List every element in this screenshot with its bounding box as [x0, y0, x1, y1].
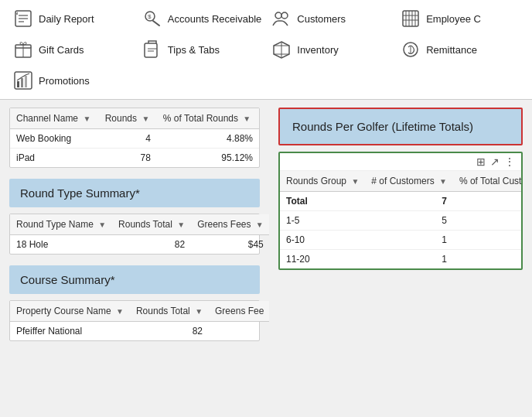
table-row-total: Total 7 — [280, 192, 523, 211]
nav-inventory[interactable]: Inventory — [266, 36, 395, 63]
cell-pct-cust — [453, 211, 523, 231]
nav-customers[interactable]: Customers — [266, 5, 395, 32]
cell-rounds: 4 — [99, 129, 157, 149]
pct-rounds-sort: ▼ — [243, 115, 251, 123]
table-row: 18 Hole 82 $45 — [10, 235, 269, 255]
channel-table-container: Channel Name ▼ Rounds ▼ % of Total Round… — [9, 108, 260, 168]
nav-tips-tabs[interactable]: Tips & Tabs — [137, 36, 266, 63]
svg-rect-18 — [145, 43, 157, 57]
svg-rect-24 — [25, 76, 27, 87]
course-table: Property Course Name ▼ Rounds Total ▼ Gr… — [10, 301, 269, 340]
nav-accounts-receivable-label: Accounts Receivable — [168, 13, 261, 25]
nav-customers-label: Customers — [297, 13, 346, 25]
col-greens-fee2[interactable]: Greens Fee ▼ — [209, 301, 269, 322]
cell-num-cust: 1 — [365, 250, 453, 269]
property-course-sort: ▼ — [116, 307, 124, 316]
nav-remittance-label: Remittance — [426, 44, 477, 56]
top-nav: Daily Report $ Accounts Receivable Custo… — [0, 0, 532, 100]
course-summary-header: Course Summary* — [9, 265, 260, 294]
nav-gift-cards[interactable]: Gift Cards — [8, 36, 137, 63]
cell-pct-cust — [453, 250, 523, 269]
rounds-group-sort: ▼ — [351, 177, 359, 186]
rpg-toolbar: ⊞ ↗ ⋮ — [280, 153, 521, 171]
rounds-total2-sort: ▼ — [195, 307, 203, 316]
svg-point-7 — [281, 12, 288, 19]
cell-rounds: 78 — [99, 149, 157, 168]
employee-icon — [400, 8, 421, 29]
col-pct-total-cust[interactable]: % of Total Custo ▼ — [453, 171, 523, 192]
svg-rect-8 — [403, 11, 418, 26]
col-rounds-total2[interactable]: Rounds Total ▼ — [130, 301, 209, 322]
greens-fees-sort: ▼ — [256, 220, 264, 229]
cell-property-course: Pfeiffer National — [10, 322, 130, 341]
col-property-course[interactable]: Property Course Name ▼ — [10, 301, 130, 322]
gift-cards-icon — [12, 39, 34, 60]
svg-rect-23 — [21, 78, 23, 87]
cell-pct-cust — [453, 192, 523, 211]
svg-rect-22 — [17, 81, 19, 87]
rpg-table: Rounds Group ▼ # of Customers ▼ % of Tot… — [280, 171, 523, 268]
course-table-container: Property Course Name ▼ Rounds Total ▼ Gr… — [9, 300, 260, 341]
col-rounds-group[interactable]: Rounds Group ▼ — [280, 171, 365, 192]
nav-daily-report[interactable]: Daily Report — [8, 5, 137, 32]
rpg-header: Rounds Per Golfer (Lifetime Totals) — [278, 108, 523, 145]
col-pct-rounds[interactable]: % of Total Rounds ▼ — [157, 108, 259, 129]
daily-report-icon — [12, 8, 34, 29]
customers-icon — [271, 8, 292, 29]
cell-channel: Web Booking — [10, 129, 99, 149]
table-row: Web Booking 4 4.88% — [10, 129, 259, 149]
round-type-sort: ▼ — [98, 220, 106, 229]
cell-greens-fees: $45 — [191, 235, 269, 255]
cell-group: 11-20 — [280, 250, 365, 269]
remittance-icon — [400, 39, 421, 60]
table-row: 1-5 5 — [280, 211, 523, 231]
svg-text:$: $ — [148, 13, 152, 20]
cell-num-cust: 5 — [365, 211, 453, 231]
num-customers-sort: ▼ — [439, 177, 447, 186]
col-num-customers[interactable]: # of Customers ▼ — [365, 171, 453, 192]
svg-point-6 — [275, 12, 281, 19]
cell-num-cust: 1 — [365, 231, 453, 250]
main-content: Channel Name ▼ Rounds ▼ % of Total Round… — [0, 100, 532, 417]
accounts-receivable-icon: $ — [142, 8, 163, 29]
rounds-sort: ▼ — [142, 115, 149, 123]
table-row: iPad 78 95.12% — [10, 149, 259, 168]
nav-promotions[interactable]: Promotions — [8, 67, 137, 94]
more-icon[interactable]: ⋮ — [504, 156, 515, 168]
col-rounds-total[interactable]: Rounds Total ▼ — [112, 214, 191, 235]
cell-pct: 4.88% — [157, 129, 259, 149]
expand-icon[interactable]: ↗ — [490, 156, 500, 168]
col-channel-name[interactable]: Channel Name ▼ — [10, 108, 99, 129]
nav-tips-tabs-label: Tips & Tabs — [168, 44, 220, 56]
nav-promotions-label: Promotions — [39, 75, 90, 87]
nav-gift-cards-label: Gift Cards — [39, 44, 84, 56]
right-panel: Rounds Per Golfer (Lifetime Totals) ⊞ ↗ … — [269, 100, 532, 417]
table-row: 6-10 1 — [280, 231, 523, 250]
cell-group: Total — [280, 192, 365, 211]
promotions-icon — [12, 70, 34, 91]
round-type-summary-header: Round Type Summary* — [9, 179, 260, 207]
col-round-type[interactable]: Round Type Name ▼ — [10, 214, 112, 235]
cell-group: 6-10 — [280, 231, 365, 250]
table-row: 11-20 1 — [280, 250, 523, 269]
cell-group: 1-5 — [280, 211, 365, 231]
col-greens-fees[interactable]: Greens Fees ▼ — [191, 214, 269, 235]
nav-employee-label: Employee C — [426, 13, 481, 25]
cell-rounds-total: 82 — [112, 235, 191, 255]
rpg-table-wrapper: ⊞ ↗ ⋮ Rounds Group ▼ # of Customers ▼ % … — [278, 152, 523, 270]
cell-rounds-total2: 82 — [130, 322, 209, 341]
round-type-table: Round Type Name ▼ Rounds Total ▼ Greens … — [10, 214, 269, 254]
nav-employee[interactable]: Employee C — [395, 5, 524, 32]
col-rounds[interactable]: Rounds ▼ — [99, 108, 157, 129]
channel-name-sort: ▼ — [83, 115, 90, 123]
filter-icon[interactable]: ⊞ — [476, 156, 486, 168]
nav-daily-report-label: Daily Report — [39, 13, 94, 25]
tips-tabs-icon — [142, 39, 163, 60]
left-panel: Channel Name ▼ Rounds ▼ % of Total Round… — [0, 100, 269, 417]
nav-remittance[interactable]: Remittance — [395, 36, 524, 63]
table-row: Pfeiffer National 82 — [10, 322, 269, 341]
nav-accounts-receivable[interactable]: $ Accounts Receivable — [137, 5, 266, 32]
cell-round-type: 18 Hole — [10, 235, 112, 255]
nav-inventory-label: Inventory — [297, 44, 338, 56]
cell-greens-fee2 — [209, 322, 269, 341]
